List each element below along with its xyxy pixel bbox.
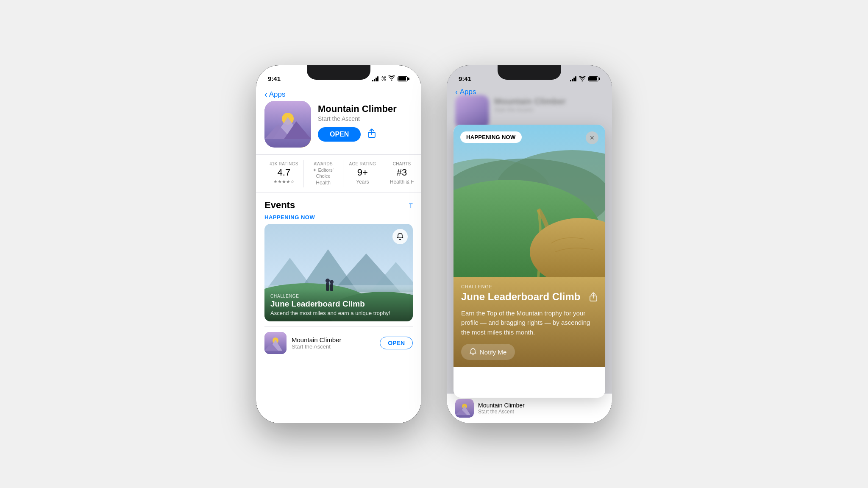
footer-app-name-2: Mountain Climber <box>478 402 604 409</box>
svg-point-17 <box>330 280 334 284</box>
signal-icon-1 <box>372 76 378 81</box>
app-icon <box>264 101 311 148</box>
event-type-label: CHALLENGE <box>270 294 407 298</box>
footer-app-icon-2 <box>455 399 474 418</box>
events-title: Events <box>264 200 295 211</box>
chevron-left-icon-1: ‹ <box>264 89 267 99</box>
event-modal-body: CHALLENGE June Leaderboard Climb Earn th… <box>453 277 605 367</box>
phone-1: 9:41 ⌘ <box>256 65 421 423</box>
phone-2-screen: Mountain Climber Start the Ascent 9:41 <box>447 65 612 423</box>
wifi-icon-1: ⌘ <box>381 75 395 82</box>
app-name: Mountain Climber <box>318 103 413 114</box>
phone-1-screen: 9:41 ⌘ <box>256 65 421 423</box>
notify-me-label: Notify Me <box>480 349 506 356</box>
close-icon: ✕ <box>590 134 595 141</box>
events-header: Events T <box>264 200 413 211</box>
event-modal-type: CHALLENGE <box>461 284 598 289</box>
event-modal-title: June Leaderboard Climb <box>461 291 586 303</box>
phone-2: Mountain Climber Start the Ascent 9:41 <box>447 65 612 423</box>
event-share-icon[interactable] <box>589 292 598 304</box>
app-actions: OPEN <box>318 127 413 142</box>
status-icons-1: ⌘ <box>372 75 409 82</box>
bell-icon <box>470 348 476 356</box>
happening-now-text: HAPPENING NOW <box>466 134 516 140</box>
stat-charts: CHARTS #3 Health & F <box>382 160 421 188</box>
event-desc: Ascend the most miles and earn a unique … <box>270 310 407 316</box>
app-subtitle: Start the Ascent <box>318 115 413 122</box>
event-card-content: CHALLENGE June Leaderboard Climb Ascend … <box>264 289 413 321</box>
event-modal-image: HAPPENING NOW ✕ <box>453 125 605 277</box>
back-label-1: Apps <box>269 90 286 99</box>
event-modal-description: Earn the Top of the Mountain trophy for … <box>461 309 598 337</box>
events-section: Events T HAPPENING NOW <box>264 193 413 359</box>
events-see-all[interactable]: T <box>409 202 413 209</box>
stat-awards: AWARDS ✦ Editors'Choice Health <box>304 160 343 188</box>
back-label-2: Apps <box>460 88 476 96</box>
phone2-footer: Mountain Climber Start the Ascent <box>447 393 612 423</box>
stats-row: 41K RATINGS 4.7 ★★★★☆ AWARDS ✦ Editors'C… <box>256 154 421 193</box>
app-footer-sub: Start the Ascent <box>292 343 380 350</box>
svg-point-15 <box>326 279 330 283</box>
event-bell-button[interactable] <box>392 229 408 244</box>
footer-info-2: Mountain Climber Start the Ascent <box>478 402 604 415</box>
notch-2 <box>498 65 561 80</box>
nav-bar-1: ‹ Apps <box>256 86 421 101</box>
app-footer-name: Mountain Climber <box>292 336 380 343</box>
share-icon[interactable] <box>367 128 376 141</box>
stat-ratings: 41K RATINGS 4.7 ★★★★☆ <box>264 160 304 188</box>
nav-bar-2: ‹ Apps <box>447 84 612 98</box>
battery-icon-2 <box>588 76 600 81</box>
chevron-left-icon-2: ‹ <box>455 87 458 97</box>
footer-app-sub-2: Start the Ascent <box>478 409 604 415</box>
stat-age-rating: AGE RATING 9+ Years <box>343 160 383 188</box>
back-button-1[interactable]: ‹ Apps <box>264 90 285 99</box>
close-modal-button[interactable]: ✕ <box>586 131 598 144</box>
open-button[interactable]: OPEN <box>318 127 361 142</box>
happening-now-badge: HAPPENING NOW <box>460 131 522 143</box>
app-footer-icon <box>264 332 287 354</box>
event-name: June Leaderboard Climb <box>270 299 407 309</box>
notch-1 <box>307 65 370 80</box>
event-modal-header: June Leaderboard Climb <box>461 291 598 304</box>
status-time-2: 9:41 <box>459 75 471 82</box>
happening-now-label: HAPPENING NOW <box>264 214 413 220</box>
back-button-2[interactable]: ‹ Apps <box>455 87 476 97</box>
signal-icon-2 <box>570 76 576 81</box>
app-content-1: Mountain Climber Start the Ascent OPEN <box>256 101 421 360</box>
footer-open-button[interactable]: OPEN <box>380 337 413 349</box>
battery-icon-1 <box>398 76 409 81</box>
app-header: Mountain Climber Start the Ascent OPEN <box>264 101 413 148</box>
event-card: CHALLENGE June Leaderboard Climb Ascend … <box>264 224 413 321</box>
app-info: Mountain Climber Start the Ascent OPEN <box>318 101 413 142</box>
app-footer-row: Mountain Climber Start the Ascent OPEN <box>264 326 413 359</box>
event-modal: HAPPENING NOW ✕ CHALLENGE June Leaderboa… <box>453 125 605 398</box>
scene: 9:41 ⌘ <box>256 65 612 423</box>
status-time-1: 9:41 <box>268 75 281 82</box>
notify-me-button[interactable]: Notify Me <box>461 344 515 360</box>
wifi-icon-2 <box>579 76 586 81</box>
app-footer-info: Mountain Climber Start the Ascent <box>292 336 380 350</box>
status-icons-2 <box>570 76 600 81</box>
